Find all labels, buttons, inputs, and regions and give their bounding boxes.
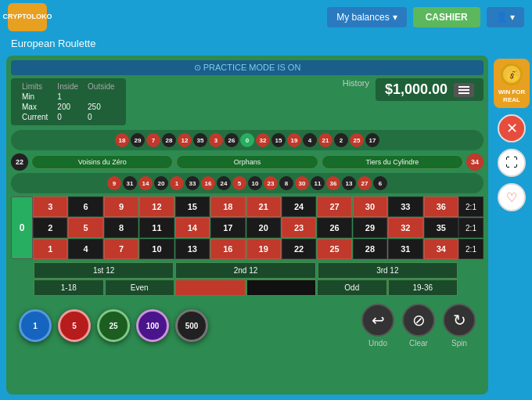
zero-cell[interactable]: 0 xyxy=(11,196,33,259)
number-cell[interactable]: 19 xyxy=(246,239,281,259)
cashier-button[interactable]: CASHIER xyxy=(413,7,480,27)
em-1-18[interactable]: 1-18 xyxy=(34,279,104,296)
number-cell[interactable]: 28 xyxy=(353,239,387,259)
call-number[interactable]: 5 xyxy=(232,176,246,190)
wheel-number[interactable]: 35 xyxy=(193,133,207,147)
number-cell[interactable]: 9 xyxy=(104,196,138,217)
call-right-num[interactable]: 34 xyxy=(466,153,483,171)
number-cell[interactable]: 25 xyxy=(317,239,351,259)
number-cell[interactable]: 36 xyxy=(424,196,458,217)
call-number[interactable]: 33 xyxy=(185,176,200,190)
em-even[interactable]: Even xyxy=(105,279,175,296)
win-for-real-button[interactable]: 💰 WIN FORREAL xyxy=(494,59,530,108)
wheel-number[interactable]: 17 xyxy=(365,133,379,147)
number-cell[interactable]: 10 xyxy=(139,239,174,259)
call-number[interactable]: 36 xyxy=(326,176,340,190)
number-cell[interactable]: 12 xyxy=(139,196,174,217)
call-number[interactable]: 23 xyxy=(264,176,278,190)
number-cell[interactable]: 8 xyxy=(104,218,138,238)
call-number[interactable]: 24 xyxy=(217,176,231,190)
number-cell[interactable]: 20 xyxy=(246,218,281,238)
number-cell[interactable]: 27 xyxy=(317,196,351,217)
call-number[interactable]: 8 xyxy=(279,176,293,190)
wheel-number[interactable]: 19 xyxy=(287,133,301,147)
number-cell[interactable]: 7 xyxy=(104,239,138,259)
wheel-number[interactable]: 28 xyxy=(162,133,176,147)
wheel-number[interactable]: 26 xyxy=(225,133,239,147)
number-cell[interactable]: 22 xyxy=(282,239,316,259)
number-cell[interactable]: 5 xyxy=(68,218,102,238)
wheel-number[interactable]: 12 xyxy=(178,133,192,147)
expand-button[interactable]: ⛶ xyxy=(498,149,526,177)
call-number[interactable]: 1 xyxy=(170,176,184,190)
number-cell[interactable]: 26 xyxy=(317,218,351,238)
chip-500[interactable]: 500 xyxy=(175,309,208,342)
wheel-number[interactable]: 4 xyxy=(303,133,317,147)
number-cell[interactable]: 24 xyxy=(282,196,316,217)
number-cell[interactable]: 15 xyxy=(175,196,210,217)
menu-icon[interactable] xyxy=(454,83,474,97)
call-number[interactable]: 6 xyxy=(373,176,387,190)
dozen-3rd[interactable]: 3rd 12 xyxy=(318,262,458,279)
dozen-2nd[interactable]: 2nd 12 xyxy=(175,262,315,279)
number-cell[interactable]: 16 xyxy=(210,239,245,259)
call-number[interactable]: 31 xyxy=(123,176,137,190)
call-number[interactable]: 13 xyxy=(342,176,356,190)
number-cell[interactable]: 29 xyxy=(353,218,387,238)
wheel-number[interactable]: 3 xyxy=(209,133,223,147)
my-balances-button[interactable]: My balances ▾ xyxy=(327,7,406,27)
wheel-number[interactable]: 21 xyxy=(318,133,332,147)
number-cell[interactable]: 6 xyxy=(68,196,102,217)
action-spin[interactable]: ↻Spin xyxy=(443,304,476,348)
call-number[interactable]: 20 xyxy=(154,176,168,190)
call-number[interactable]: 11 xyxy=(311,176,325,190)
profile-button[interactable]: 👤 ▾ xyxy=(487,7,524,27)
wheel-number[interactable]: 2 xyxy=(334,133,348,147)
call-number[interactable]: 30 xyxy=(295,176,309,190)
wheel-number[interactable]: 29 xyxy=(131,133,145,147)
chip-25[interactable]: 25 xyxy=(97,309,130,342)
close-button[interactable]: ✕ xyxy=(498,114,526,142)
number-cell[interactable]: 30 xyxy=(353,196,387,217)
number-cell[interactable]: 3 xyxy=(33,196,67,217)
wheel-number[interactable]: 0 xyxy=(240,133,254,147)
action-undo[interactable]: ↩Undo xyxy=(361,304,394,348)
chip-1[interactable]: 1 xyxy=(19,309,52,342)
wheel-number[interactable]: 15 xyxy=(271,133,286,147)
number-cell[interactable]: 32 xyxy=(388,218,422,238)
call-bet-tiers[interactable]: Tiers du Cylindre xyxy=(322,155,463,169)
call-number[interactable]: 9 xyxy=(107,176,121,190)
call-bet-orphans[interactable]: Orphans xyxy=(176,155,318,169)
call-number[interactable]: 14 xyxy=(138,176,153,190)
number-cell[interactable]: 11 xyxy=(139,218,174,238)
number-cell[interactable]: 13 xyxy=(175,239,210,259)
em-19-36[interactable]: 19-36 xyxy=(388,279,458,296)
chip-100[interactable]: 100 xyxy=(136,309,169,342)
chip-5[interactable]: 5 xyxy=(58,309,91,342)
col-bet-label[interactable]: 2:1 xyxy=(458,218,483,238)
wheel-number[interactable]: 18 xyxy=(115,133,129,147)
call-number[interactable]: 16 xyxy=(201,176,215,190)
number-cell[interactable]: 17 xyxy=(210,218,245,238)
number-cell[interactable]: 18 xyxy=(210,196,245,217)
number-cell[interactable]: 23 xyxy=(282,218,316,238)
col-bet-label[interactable]: 2:1 xyxy=(458,196,483,217)
number-cell[interactable]: 2 xyxy=(33,218,67,238)
em-black[interactable] xyxy=(246,279,317,296)
wheel-number[interactable]: 7 xyxy=(146,133,160,147)
number-cell[interactable]: 34 xyxy=(424,239,458,259)
wheel-number[interactable]: 32 xyxy=(256,133,270,147)
call-left-num[interactable]: 22 xyxy=(11,153,28,171)
col-bet-label[interactable]: 2:1 xyxy=(458,239,483,259)
number-cell[interactable]: 21 xyxy=(246,196,281,217)
number-cell[interactable]: 1 xyxy=(33,239,67,259)
number-cell[interactable]: 35 xyxy=(424,218,458,238)
em-red[interactable] xyxy=(175,279,246,296)
call-bet-voisins[interactable]: Voisins du Zéro xyxy=(31,155,173,169)
call-number[interactable]: 10 xyxy=(248,176,262,190)
number-cell[interactable]: 31 xyxy=(388,239,422,259)
number-cell[interactable]: 33 xyxy=(388,196,422,217)
number-cell[interactable]: 4 xyxy=(68,239,102,259)
action-clear[interactable]: ⊘Clear xyxy=(402,304,435,348)
em-odd[interactable]: Odd xyxy=(317,279,387,296)
